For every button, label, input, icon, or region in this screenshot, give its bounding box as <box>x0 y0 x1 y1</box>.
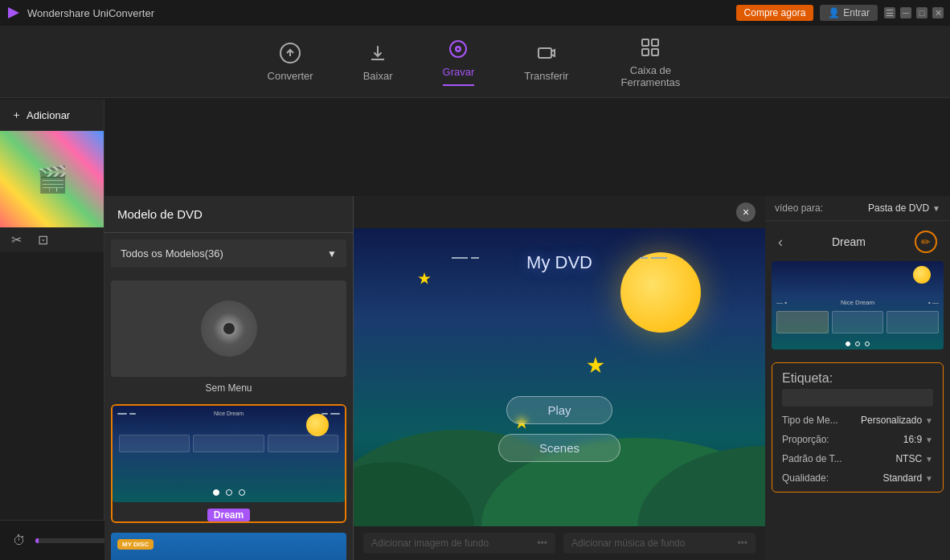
kids-thumb: MY DISC <box>111 533 346 560</box>
template-filter-dropdown[interactable]: Todos os Modelos(36) ▼ <box>111 239 346 268</box>
nav-item-baixar[interactable]: Baixar <box>350 35 406 88</box>
play-button[interactable]: Play <box>506 396 612 424</box>
music-more-icon: ••• <box>737 538 747 549</box>
gravar-icon <box>446 37 470 61</box>
add-label: Adicionar <box>27 109 70 121</box>
template-item-sem-menu[interactable]: Sem Menu <box>111 280 346 394</box>
template-preview-panel: ‹ Dream ✏ — • Nice Dream <box>765 221 950 356</box>
prev-template-button[interactable]: ‹ <box>778 234 783 251</box>
nav-item-gravar[interactable]: Gravar <box>430 31 488 92</box>
proporcao-value: 16:9 <box>903 434 922 445</box>
user-icon: 👤 <box>828 7 840 18</box>
template-preview-img: — • Nice Dream • — <box>772 261 944 349</box>
login-button[interactable]: 👤 Entrar <box>820 5 878 21</box>
crop-icon[interactable]: ⊡ <box>38 232 48 247</box>
nav-item-ferramentas[interactable]: Caixa de Ferramentas <box>605 29 695 95</box>
ferramentas-label: Caixa de Ferramentas <box>618 64 682 88</box>
etiqueta-row: Etiqueta: <box>782 371 933 407</box>
close-dialog-button[interactable]: × <box>736 202 755 222</box>
preview-title: My DVD <box>526 252 592 273</box>
dream-preview-large: — • Nice Dream • — <box>772 261 944 349</box>
preview-buttons: Play Scenes <box>498 396 620 462</box>
maximize-button[interactable]: □ <box>916 7 927 18</box>
file-thumbnail: 🎬 ✂ ⊡ <box>0 131 104 560</box>
output-label: vídeo para: <box>775 202 823 214</box>
nav-items: Converter Baixar Gravar <box>255 29 696 95</box>
preview-dream-label: — • Nice Dream • — <box>772 296 944 306</box>
dream-card-2 <box>832 311 884 333</box>
dream-topbar: Nice Dream <box>117 411 340 416</box>
dream-label-container: Dream <box>113 505 345 521</box>
gravar-label: Gravar <box>443 66 475 78</box>
preview-dream-dots <box>772 338 944 349</box>
app-icon <box>6 6 21 20</box>
dash-3 <box>640 257 648 259</box>
svg-rect-9 <box>652 39 658 46</box>
svg-point-6 <box>457 48 460 51</box>
nav-item-converter[interactable]: Converter <box>255 35 326 88</box>
baixar-icon <box>366 41 390 65</box>
window-controls: ☰ ─ □ ✕ <box>884 7 944 18</box>
dream-cards-mini <box>113 435 345 452</box>
template-title: Modelo de DVD <box>117 207 203 221</box>
svg-rect-8 <box>642 39 649 46</box>
padrao-label: Padrão de T... <box>782 453 842 464</box>
template-item-kids[interactable]: MY DISC <box>111 533 346 560</box>
right-dashes <box>640 257 667 259</box>
settings-box: Etiqueta: Tipo de Me... Personalizado ▼ … <box>772 362 944 493</box>
scenes-button[interactable]: Scenes <box>498 434 620 462</box>
dream-thumb-container: Nice Dream <box>113 406 345 502</box>
output-select-container[interactable]: Pasta de DVD ▼ <box>868 202 940 214</box>
output-arrow-icon: ▼ <box>932 204 940 213</box>
transferir-label: Transferir <box>524 70 568 82</box>
music-label: Adicionar música de fundo <box>571 538 685 549</box>
bg-input[interactable]: Adicionar imagem de fundo ••• <box>363 533 555 554</box>
close-icon: × <box>743 206 749 219</box>
thumb-tools: ✂ ⊡ <box>0 227 104 252</box>
template-item-dream[interactable]: Nice Dream <box>111 404 346 523</box>
add-icon: ＋ <box>11 108 22 122</box>
dream-thumb: Nice Dream <box>113 406 345 502</box>
qualidade-value: Standard <box>882 472 922 484</box>
qualidade-label: Qualidade: <box>782 472 829 484</box>
center-preview: × <box>354 196 765 560</box>
kids-disc-badge: MY DISC <box>117 539 154 550</box>
preview-canvas: My DVD Play Scenes <box>354 228 765 526</box>
qualidade-select[interactable]: Standard ▼ <box>882 472 933 484</box>
scissors-icon[interactable]: ✂ <box>11 232 22 247</box>
close-window-button[interactable]: ✕ <box>932 7 944 18</box>
kids-grid <box>181 551 277 560</box>
template-list: Sem Menu <box>104 274 353 560</box>
proporcao-select[interactable]: 16:9 ▼ <box>903 434 933 445</box>
nav-item-transferir[interactable]: Transferir <box>511 35 581 88</box>
preview-header: × <box>354 196 765 228</box>
disc-circle <box>201 300 257 357</box>
tipo-select[interactable]: Personalizado ▼ <box>861 415 933 426</box>
thumb-image: 🎬 <box>0 131 104 227</box>
buy-button[interactable]: Compre agora <box>736 5 814 21</box>
padrao-value: NTSC <box>895 453 922 464</box>
tipo-row: Tipo de Me... Personalizado ▼ <box>782 415 933 426</box>
etiqueta-input[interactable] <box>782 389 933 407</box>
menu-button[interactable]: ☰ <box>884 7 895 18</box>
add-button[interactable]: ＋ Adicionar <box>0 100 104 131</box>
template-header: Modelo de DVD <box>104 196 353 233</box>
sem-menu-label: Sem Menu <box>205 382 252 394</box>
dream-label: Dream <box>207 509 250 521</box>
qualidade-row: Qualidade: Standard ▼ <box>782 472 933 484</box>
dot-3 <box>239 489 245 496</box>
dp-dot-3 <box>865 341 870 346</box>
edit-template-button[interactable]: ✏ <box>915 231 937 253</box>
music-input[interactable]: Adicionar música de fundo ••• <box>563 533 755 554</box>
minimize-button[interactable]: ─ <box>900 7 911 18</box>
dream-card-3 <box>887 311 939 333</box>
proporcao-row: Proporção: 16:9 ▼ <box>782 434 933 445</box>
dot-2 <box>226 489 232 496</box>
preview-nav: ‹ Dream ✏ <box>772 227 944 256</box>
qualidade-arrow-icon: ▼ <box>925 474 933 483</box>
svg-rect-11 <box>652 49 658 55</box>
padrao-select[interactable]: NTSC ▼ <box>895 453 933 464</box>
title-bar: Wondershare UniConverter Compre agora 👤 … <box>0 0 950 26</box>
title-left: Wondershare UniConverter <box>6 6 154 20</box>
proporcao-arrow-icon: ▼ <box>925 435 933 444</box>
